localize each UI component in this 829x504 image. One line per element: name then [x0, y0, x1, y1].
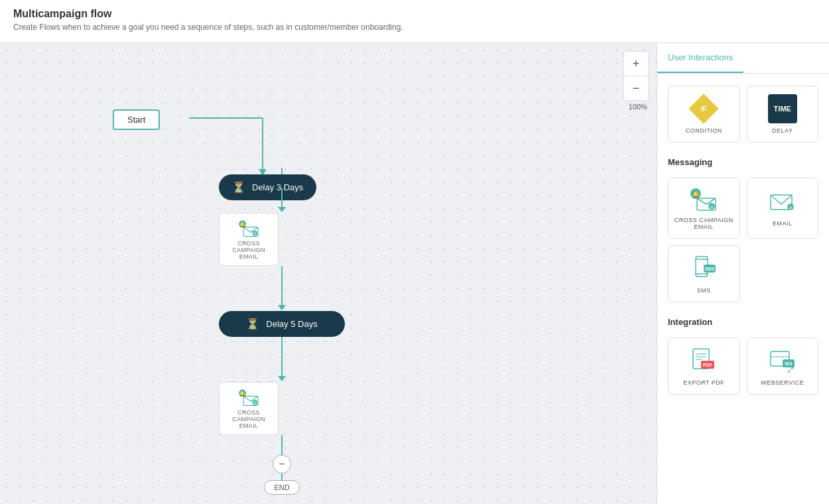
panel-item-export-pdf[interactable]: PDF EXPORT PDF [668, 338, 740, 395]
connector-7 [281, 435, 283, 455]
integration-section-title: Integration [657, 308, 829, 332]
condition-icon-wrapper: IF [689, 94, 718, 123]
main-layout: Start ⏳ Delay 3 Days [0, 43, 829, 504]
flow-diagram: Start ⏳ Delay 3 Days [80, 76, 345, 495]
delay-time-label: TIME [774, 105, 791, 113]
sms-label: SMS [697, 287, 711, 294]
condition-if-label: IF [701, 105, 707, 113]
delay-label: DELAY [772, 127, 793, 134]
connector-4 [281, 286, 283, 306]
messaging-section-title: Messaging [657, 148, 829, 172]
zoom-out-button[interactable]: − [624, 76, 648, 100]
email-panel-icon: @ [768, 190, 797, 216]
page-header: Multicampaign flow Create Flows when to … [0, 0, 829, 43]
webservice-panel-icon: WS [768, 346, 797, 375]
delay-2-label: Delay 5 Days [266, 319, 317, 329]
svg-text:🔔: 🔔 [239, 221, 246, 227]
webservice-label: WEBSERVICE [761, 379, 804, 386]
cross-campaign-email-icon-2: 🔔 @ [234, 388, 263, 407]
panel-item-condition[interactable]: IF CONDITION [668, 86, 740, 143]
page-subtitle: Create Flows when to achieve a goal you … [13, 23, 816, 32]
svg-text:@: @ [789, 206, 793, 210]
export-pdf-label: EXPORT PDF [683, 379, 724, 386]
page-title: Multicampaign flow [13, 8, 816, 20]
flow-canvas[interactable]: Start ⏳ Delay 3 Days [0, 43, 657, 504]
condition-label: CONDITION [686, 127, 722, 134]
cross-campaign-email-panel-icon: 🔔 @ [689, 186, 718, 213]
connector-6 [281, 357, 283, 377]
svg-text:PDF: PDF [703, 363, 713, 367]
integration-grid: PDF EXPORT PDF WS WEBSERVICE [657, 332, 829, 400]
connector-2 [281, 188, 283, 208]
sms-panel-icon: SMS [689, 254, 718, 283]
svg-text:@: @ [253, 401, 257, 405]
email-label: EMAIL [773, 220, 793, 227]
svg-text:🔔: 🔔 [239, 390, 246, 397]
connector-8 [281, 473, 283, 480]
panel-item-cross-campaign-email[interactable]: 🔔 @ CROSS CAMPAIGN EMAIL [668, 178, 740, 239]
email-node-2[interactable]: 🔔 @ CROSS CAMPAIGN EMAIL [219, 382, 345, 435]
messaging-grid: 🔔 @ CROSS CAMPAIGN EMAIL @ EMAIL [657, 172, 829, 308]
panel-item-sms[interactable]: SMS SMS [668, 245, 740, 302]
connector-5 [281, 337, 283, 357]
right-panel: User Interactions IF CONDITION TIME DELA… [657, 43, 829, 504]
zoom-level: 100% [629, 103, 647, 111]
svg-text:@: @ [253, 232, 257, 235]
end-minus-circle: − [273, 455, 291, 473]
hourglass-icon-1: ⏳ [232, 181, 245, 194]
panel-item-email[interactable]: @ EMAIL [747, 178, 819, 239]
delay-1-label: Delay 3 Days [252, 182, 303, 192]
email-1-label: CROSS CAMPAIGN EMAIL [225, 240, 273, 260]
tab-user-interactions[interactable]: User Interactions [657, 43, 743, 73]
hourglass-icon-2: ⏳ [246, 318, 259, 330]
user-interactions-grid: IF CONDITION TIME DELAY [657, 80, 829, 148]
svg-text:@: @ [710, 205, 714, 209]
svg-text:SMS: SMS [705, 267, 716, 271]
email-node-1[interactable]: 🔔 @ CROSS CAMPAIGN EMAIL [219, 213, 345, 266]
svg-text:🔔: 🔔 [692, 190, 700, 198]
delay-panel-icon: TIME [768, 94, 797, 123]
end-node[interactable]: END [264, 480, 299, 495]
panel-tabs: User Interactions [657, 43, 829, 74]
email-2-label: CROSS CAMPAIGN EMAIL [225, 409, 273, 429]
cross-campaign-email-icon-1: 🔔 @ [234, 219, 263, 237]
panel-item-delay[interactable]: TIME DELAY [747, 86, 819, 143]
delay-node-2[interactable]: ⏳ Delay 5 Days [219, 311, 345, 337]
connector-3 [281, 266, 283, 286]
cross-campaign-email-label: CROSS CAMPAIGN EMAIL [674, 217, 734, 230]
delay-node-1[interactable]: ⏳ Delay 3 Days [219, 174, 316, 200]
panel-item-webservice[interactable]: WS WEBSERVICE [747, 338, 819, 395]
zoom-controls: + − [623, 51, 649, 101]
zoom-in-button[interactable]: + [624, 52, 648, 76]
svg-text:WS: WS [785, 361, 793, 366]
export-pdf-panel-icon: PDF [689, 346, 718, 375]
